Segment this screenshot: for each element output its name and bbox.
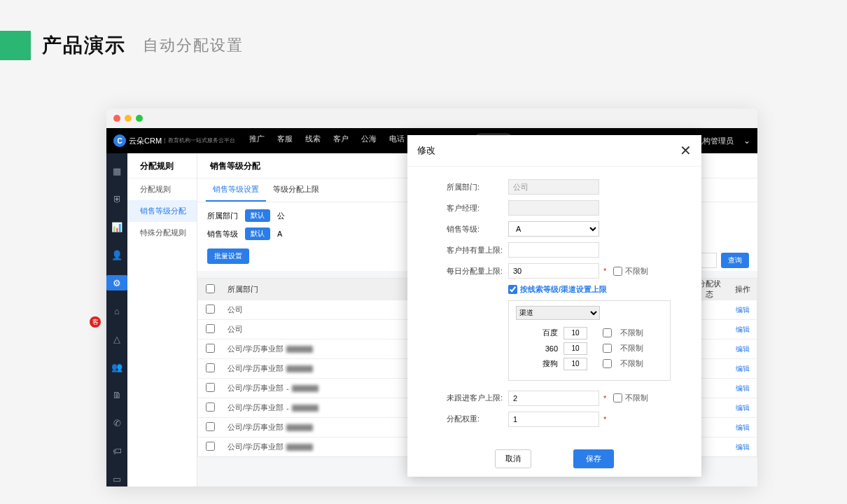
input-daily-limit[interactable] bbox=[508, 263, 599, 279]
lbl-unfollow: 未跟进客户上限: bbox=[447, 393, 508, 403]
maximize-dot[interactable] bbox=[136, 115, 143, 122]
ch-check-1[interactable] bbox=[603, 344, 612, 353]
side-icon-card[interactable]: ▭ bbox=[106, 471, 127, 486]
edit-link[interactable]: 编辑 bbox=[729, 384, 757, 393]
edit-link[interactable]: 编辑 bbox=[729, 305, 757, 315]
row-checkbox[interactable] bbox=[206, 442, 215, 451]
row-checkbox[interactable] bbox=[206, 402, 215, 412]
lbl-nolimit: 不限制 bbox=[625, 266, 648, 276]
edit-link[interactable]: 编辑 bbox=[729, 325, 757, 335]
row-checkbox[interactable] bbox=[206, 383, 215, 392]
edit-link[interactable]: 编辑 bbox=[729, 364, 757, 374]
input-manager bbox=[508, 200, 599, 216]
row-checkbox[interactable] bbox=[206, 363, 215, 372]
filter-dept-default[interactable]: 默认 bbox=[245, 209, 270, 222]
row-checkbox[interactable] bbox=[206, 344, 215, 353]
search-button[interactable]: 查询 bbox=[721, 253, 749, 268]
check-unfollow-nolimit[interactable] bbox=[613, 393, 622, 402]
ch-check-0[interactable] bbox=[603, 328, 612, 337]
nav-service[interactable]: 客服 bbox=[277, 134, 293, 148]
browser-window: C 云朵CRM 教育机构一站式服务云平台 推广 客服 线索 客户 公海 电话 报… bbox=[106, 108, 757, 486]
input-hold-limit[interactable] bbox=[508, 242, 599, 258]
side-icon-user[interactable]: 👤 bbox=[106, 247, 127, 262]
redacted bbox=[292, 385, 318, 392]
side-icon-settings[interactable]: ⚙ bbox=[106, 275, 127, 290]
select-all-checkbox[interactable] bbox=[206, 284, 215, 293]
logo-text: 云朵CRM bbox=[129, 136, 162, 146]
cancel-button[interactable]: 取消 bbox=[495, 449, 531, 468]
required-star: * bbox=[603, 267, 606, 275]
filter-level-value[interactable]: A bbox=[277, 230, 282, 238]
accent-bar bbox=[0, 31, 31, 60]
edit-link[interactable]: 编辑 bbox=[729, 344, 757, 354]
page-heading: 产品演示 自动分配设置 bbox=[0, 0, 847, 60]
redacted bbox=[292, 405, 318, 412]
filter-level-default[interactable]: 默认 bbox=[245, 227, 270, 240]
select-channel[interactable]: 渠道 bbox=[516, 306, 600, 320]
input-unfollow[interactable] bbox=[508, 391, 599, 406]
side-icon-tag[interactable]: 🏷 bbox=[106, 443, 127, 458]
side-icon-call[interactable]: ✆ bbox=[106, 415, 127, 430]
logo-sub: 教育机构一站式服务云平台 bbox=[164, 138, 235, 144]
filter-level-label: 销售等级 bbox=[207, 229, 238, 239]
side-icon-home[interactable]: ⌂ bbox=[106, 303, 127, 318]
check-daily-nolimit[interactable] bbox=[613, 267, 622, 276]
check-by-channel[interactable] bbox=[508, 285, 517, 294]
lbl-by-channel: 按线索等级/渠道设置上限 bbox=[520, 284, 607, 295]
ch-name-0: 百度 bbox=[516, 328, 558, 338]
required-star: * bbox=[603, 415, 606, 424]
left-panel: 分配规则 分配规则 销售等级分配 特殊分配规则 bbox=[127, 153, 197, 486]
td-dept: 公司/学历事业部 bbox=[227, 344, 284, 354]
redacted bbox=[286, 444, 313, 451]
select-level[interactable]: A bbox=[508, 221, 599, 237]
left-item-special[interactable]: 特殊分配规则 bbox=[127, 222, 197, 244]
floating-badge[interactable]: 客 bbox=[90, 316, 101, 328]
ch-check-2[interactable] bbox=[603, 359, 612, 368]
edit-modal: 修改 ✕ 所属部门: 客户经理: 销售等级:A 客户持有量上限: 每日分配量上限… bbox=[407, 135, 701, 477]
tab-level-setting[interactable]: 销售等级设置 bbox=[206, 178, 266, 202]
nav-phone[interactable]: 电话 bbox=[389, 134, 405, 148]
app-body: ▦ ⛨ 📊 👤 ⚙ ⌂ △ 👥 🗎 ✆ 🏷 ▭ 分配规则 分配规则 销售等级分配… bbox=[106, 153, 757, 486]
row-checkbox[interactable] bbox=[206, 324, 215, 333]
nav-customers[interactable]: 客户 bbox=[333, 134, 349, 148]
titlebar bbox=[106, 108, 757, 128]
th-op: 操作 bbox=[729, 284, 757, 295]
left-item-rules[interactable]: 分配规则 bbox=[127, 178, 197, 200]
left-panel-title: 分配规则 bbox=[127, 153, 197, 178]
row-checkbox[interactable] bbox=[206, 304, 215, 314]
side-iconbar: ▦ ⛨ 📊 👤 ⚙ ⌂ △ 👥 🗎 ✆ 🏷 ▭ bbox=[106, 153, 127, 486]
side-icon-chart[interactable]: 📊 bbox=[106, 219, 127, 234]
modal-footer: 取消 保存 bbox=[407, 441, 701, 477]
tab-level-limit[interactable]: 等级分配上限 bbox=[266, 178, 326, 202]
ch-name-2: 搜狗 bbox=[516, 358, 558, 369]
minimize-dot[interactable] bbox=[125, 115, 132, 122]
close-dot[interactable] bbox=[113, 115, 120, 122]
left-item-sales-level[interactable]: 销售等级分配 bbox=[127, 200, 197, 222]
logo[interactable]: C 云朵CRM 教育机构一站式服务云平台 bbox=[113, 134, 235, 147]
ch-input-0[interactable] bbox=[564, 327, 587, 340]
side-icon-group[interactable]: 👥 bbox=[106, 359, 127, 374]
ch-input-2[interactable] bbox=[564, 358, 587, 370]
edit-link[interactable]: 编辑 bbox=[729, 403, 757, 413]
batch-button[interactable]: 批量设置 bbox=[207, 248, 249, 264]
edit-link[interactable]: 编辑 bbox=[729, 442, 757, 452]
nav-promo[interactable]: 推广 bbox=[249, 134, 265, 148]
side-icon-dashboard[interactable]: ▦ bbox=[106, 163, 127, 178]
td-dept: 公司/学历事业部 bbox=[227, 363, 284, 374]
nav-leads[interactable]: 线索 bbox=[305, 134, 321, 148]
ch-input-1[interactable] bbox=[564, 342, 587, 355]
input-weight[interactable] bbox=[508, 412, 599, 427]
side-icon-warn[interactable]: △ bbox=[106, 331, 127, 346]
filter-dept-value[interactable]: 公 bbox=[277, 211, 285, 221]
edit-link[interactable]: 编辑 bbox=[729, 423, 757, 433]
close-icon[interactable]: ✕ bbox=[680, 142, 692, 159]
chevron-down-icon[interactable]: ⌄ bbox=[743, 136, 750, 146]
side-icon-doc[interactable]: 🗎 bbox=[106, 387, 127, 402]
save-button[interactable]: 保存 bbox=[573, 449, 614, 468]
nav-public[interactable]: 公海 bbox=[361, 134, 377, 148]
ch-name-1: 360 bbox=[516, 344, 558, 353]
row-checkbox[interactable] bbox=[206, 422, 215, 431]
side-icon-shield[interactable]: ⛨ bbox=[106, 191, 127, 206]
lbl-weight: 分配权重: bbox=[447, 414, 508, 424]
content-area: 销售等级分配 销售等级设置 等级分配上限 所属部门 默认 公 销售等级 默认 A… bbox=[197, 153, 757, 486]
